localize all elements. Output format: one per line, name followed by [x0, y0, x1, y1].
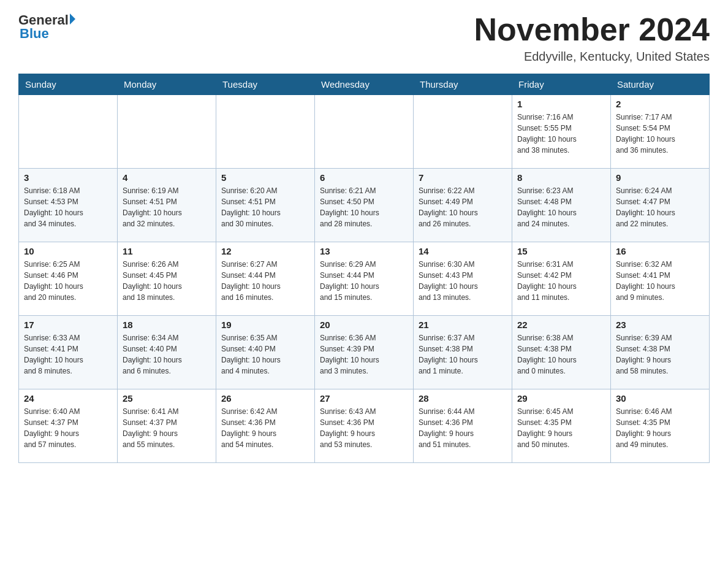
calendar-cell: 18Sunrise: 6:34 AM Sunset: 4:40 PM Dayli…	[118, 316, 216, 389]
day-number: 9	[616, 172, 704, 183]
day-number: 25	[123, 393, 211, 404]
day-number: 8	[517, 172, 605, 183]
day-info: Sunrise: 6:20 AM Sunset: 4:51 PM Dayligh…	[221, 185, 309, 229]
day-info: Sunrise: 6:37 AM Sunset: 4:38 PM Dayligh…	[419, 332, 507, 377]
day-number: 14	[419, 246, 507, 256]
day-number: 28	[419, 393, 507, 404]
day-number: 18	[123, 320, 211, 330]
calendar-cell: 3Sunrise: 6:18 AM Sunset: 4:53 PM Daylig…	[19, 169, 118, 242]
calendar-table: SundayMondayTuesdayWednesdayThursdayFrid…	[18, 74, 710, 463]
calendar-cell: 15Sunrise: 6:31 AM Sunset: 4:42 PM Dayli…	[512, 242, 611, 316]
calendar-cell	[414, 95, 512, 169]
day-info: Sunrise: 7:17 AM Sunset: 5:54 PM Dayligh…	[616, 112, 704, 156]
col-header-thursday: Thursday	[414, 74, 512, 95]
day-number: 13	[320, 246, 408, 256]
day-number: 20	[320, 320, 408, 330]
col-header-monday: Monday	[118, 74, 216, 95]
day-info: Sunrise: 6:19 AM Sunset: 4:51 PM Dayligh…	[123, 185, 211, 229]
day-number: 16	[616, 246, 704, 256]
calendar-cell: 25Sunrise: 6:41 AM Sunset: 4:37 PM Dayli…	[118, 389, 216, 463]
col-header-wednesday: Wednesday	[315, 74, 414, 95]
logo-triangle-icon	[70, 13, 75, 25]
day-info: Sunrise: 6:18 AM Sunset: 4:53 PM Dayligh…	[24, 185, 112, 229]
day-info: Sunrise: 6:26 AM Sunset: 4:45 PM Dayligh…	[123, 259, 211, 303]
calendar-cell: 23Sunrise: 6:39 AM Sunset: 4:38 PM Dayli…	[611, 316, 710, 389]
day-info: Sunrise: 6:36 AM Sunset: 4:39 PM Dayligh…	[320, 332, 408, 377]
logo: General Blue	[18, 12, 75, 42]
day-info: Sunrise: 6:42 AM Sunset: 4:36 PM Dayligh…	[221, 406, 309, 450]
calendar-cell: 17Sunrise: 6:33 AM Sunset: 4:41 PM Dayli…	[19, 316, 118, 389]
day-number: 23	[616, 320, 704, 330]
calendar-header-row: SundayMondayTuesdayWednesdayThursdayFrid…	[19, 74, 710, 95]
calendar-cell: 19Sunrise: 6:35 AM Sunset: 4:40 PM Dayli…	[216, 316, 315, 389]
day-number: 10	[24, 246, 112, 256]
day-info: Sunrise: 6:24 AM Sunset: 4:47 PM Dayligh…	[616, 185, 704, 229]
day-number: 26	[221, 393, 309, 404]
day-number: 19	[221, 320, 309, 330]
day-number: 27	[320, 393, 408, 404]
day-info: Sunrise: 6:30 AM Sunset: 4:43 PM Dayligh…	[419, 259, 507, 303]
day-info: Sunrise: 6:39 AM Sunset: 4:38 PM Dayligh…	[616, 332, 704, 377]
week-row-1: 1Sunrise: 7:16 AM Sunset: 5:55 PM Daylig…	[19, 95, 710, 169]
col-header-sunday: Sunday	[19, 74, 118, 95]
calendar-cell: 12Sunrise: 6:27 AM Sunset: 4:44 PM Dayli…	[216, 242, 315, 316]
day-number: 5	[221, 172, 309, 183]
calendar-cell: 30Sunrise: 6:46 AM Sunset: 4:35 PM Dayli…	[611, 389, 710, 463]
title-block: November 2024 Eddyville, Kentucky, Unite…	[474, 12, 710, 64]
day-info: Sunrise: 6:31 AM Sunset: 4:42 PM Dayligh…	[517, 259, 605, 303]
month-title: November 2024	[474, 12, 710, 47]
calendar-cell: 26Sunrise: 6:42 AM Sunset: 4:36 PM Dayli…	[216, 389, 315, 463]
day-number: 3	[24, 172, 112, 183]
day-info: Sunrise: 6:22 AM Sunset: 4:49 PM Dayligh…	[419, 185, 507, 229]
day-number: 29	[517, 393, 605, 404]
calendar-cell: 11Sunrise: 6:26 AM Sunset: 4:45 PM Dayli…	[118, 242, 216, 316]
day-info: Sunrise: 6:46 AM Sunset: 4:35 PM Dayligh…	[616, 406, 704, 450]
calendar-cell	[216, 95, 315, 169]
calendar-cell: 16Sunrise: 6:32 AM Sunset: 4:41 PM Dayli…	[611, 242, 710, 316]
day-info: Sunrise: 6:44 AM Sunset: 4:36 PM Dayligh…	[419, 406, 507, 450]
logo-blue: Blue	[18, 26, 49, 42]
day-info: Sunrise: 6:29 AM Sunset: 4:44 PM Dayligh…	[320, 259, 408, 303]
day-info: Sunrise: 6:35 AM Sunset: 4:40 PM Dayligh…	[221, 332, 309, 377]
day-info: Sunrise: 6:41 AM Sunset: 4:37 PM Dayligh…	[123, 406, 211, 450]
calendar-cell: 6Sunrise: 6:21 AM Sunset: 4:50 PM Daylig…	[315, 169, 414, 242]
calendar-cell: 2Sunrise: 7:17 AM Sunset: 5:54 PM Daylig…	[611, 95, 710, 169]
calendar-cell: 4Sunrise: 6:19 AM Sunset: 4:51 PM Daylig…	[118, 169, 216, 242]
day-info: Sunrise: 6:43 AM Sunset: 4:36 PM Dayligh…	[320, 406, 408, 450]
day-info: Sunrise: 6:23 AM Sunset: 4:48 PM Dayligh…	[517, 185, 605, 229]
col-header-friday: Friday	[512, 74, 611, 95]
col-header-saturday: Saturday	[611, 74, 710, 95]
calendar-cell: 8Sunrise: 6:23 AM Sunset: 4:48 PM Daylig…	[512, 169, 611, 242]
day-info: Sunrise: 6:25 AM Sunset: 4:46 PM Dayligh…	[24, 259, 112, 303]
day-info: Sunrise: 6:45 AM Sunset: 4:35 PM Dayligh…	[517, 406, 605, 450]
calendar-cell: 5Sunrise: 6:20 AM Sunset: 4:51 PM Daylig…	[216, 169, 315, 242]
calendar-cell: 21Sunrise: 6:37 AM Sunset: 4:38 PM Dayli…	[414, 316, 512, 389]
page-header: General Blue November 2024 Eddyville, Ke…	[18, 12, 710, 64]
calendar-cell: 22Sunrise: 6:38 AM Sunset: 4:38 PM Dayli…	[512, 316, 611, 389]
calendar-cell: 27Sunrise: 6:43 AM Sunset: 4:36 PM Dayli…	[315, 389, 414, 463]
day-info: Sunrise: 6:38 AM Sunset: 4:38 PM Dayligh…	[517, 332, 605, 377]
calendar-cell: 1Sunrise: 7:16 AM Sunset: 5:55 PM Daylig…	[512, 95, 611, 169]
calendar-cell: 10Sunrise: 6:25 AM Sunset: 4:46 PM Dayli…	[19, 242, 118, 316]
calendar-cell: 7Sunrise: 6:22 AM Sunset: 4:49 PM Daylig…	[414, 169, 512, 242]
calendar-cell: 24Sunrise: 6:40 AM Sunset: 4:37 PM Dayli…	[19, 389, 118, 463]
day-info: Sunrise: 7:16 AM Sunset: 5:55 PM Dayligh…	[517, 112, 605, 156]
week-row-2: 3Sunrise: 6:18 AM Sunset: 4:53 PM Daylig…	[19, 169, 710, 242]
day-number: 17	[24, 320, 112, 330]
day-number: 1	[517, 99, 605, 109]
day-number: 22	[517, 320, 605, 330]
day-info: Sunrise: 6:32 AM Sunset: 4:41 PM Dayligh…	[616, 259, 704, 303]
col-header-tuesday: Tuesday	[216, 74, 315, 95]
week-row-3: 10Sunrise: 6:25 AM Sunset: 4:46 PM Dayli…	[19, 242, 710, 316]
week-row-5: 24Sunrise: 6:40 AM Sunset: 4:37 PM Dayli…	[19, 389, 710, 463]
day-number: 30	[616, 393, 704, 404]
day-number: 4	[123, 172, 211, 183]
day-number: 21	[419, 320, 507, 330]
day-info: Sunrise: 6:21 AM Sunset: 4:50 PM Dayligh…	[320, 185, 408, 229]
calendar-cell: 9Sunrise: 6:24 AM Sunset: 4:47 PM Daylig…	[611, 169, 710, 242]
day-info: Sunrise: 6:27 AM Sunset: 4:44 PM Dayligh…	[221, 259, 309, 303]
day-number: 2	[616, 99, 704, 109]
calendar-cell	[118, 95, 216, 169]
day-info: Sunrise: 6:40 AM Sunset: 4:37 PM Dayligh…	[24, 406, 112, 450]
calendar-cell: 14Sunrise: 6:30 AM Sunset: 4:43 PM Dayli…	[414, 242, 512, 316]
